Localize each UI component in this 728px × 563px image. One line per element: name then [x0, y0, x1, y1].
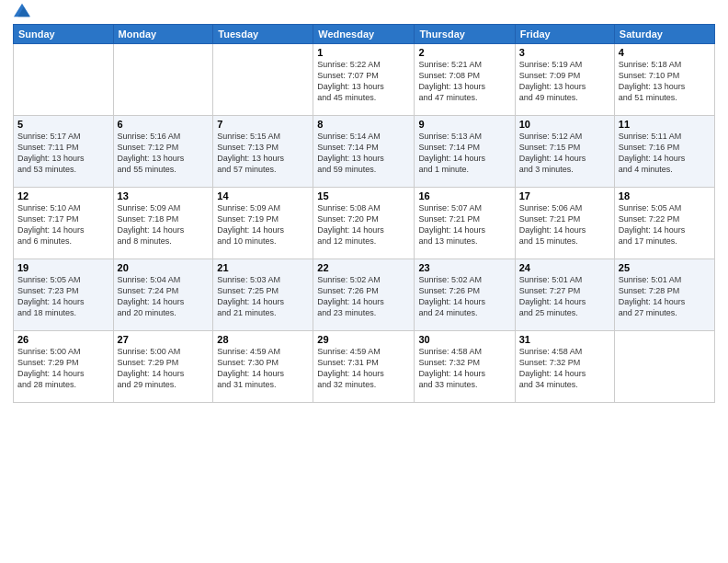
calendar-cell: 10Sunrise: 5:12 AM Sunset: 7:15 PM Dayli… — [515, 116, 614, 188]
day-info: Sunrise: 5:01 AM Sunset: 7:28 PM Dayligh… — [619, 274, 711, 319]
day-number: 28 — [217, 334, 309, 345]
calendar-cell — [213, 44, 313, 116]
day-info: Sunrise: 5:06 AM Sunset: 7:21 PM Dayligh… — [519, 202, 610, 247]
day-number: 29 — [317, 334, 410, 345]
calendar-week-row: 12Sunrise: 5:10 AM Sunset: 7:17 PM Dayli… — [14, 188, 715, 259]
calendar-cell: 4Sunrise: 5:18 AM Sunset: 7:10 PM Daylig… — [614, 44, 714, 116]
day-info: Sunrise: 4:58 AM Sunset: 7:32 PM Dayligh… — [418, 346, 510, 391]
calendar-cell: 16Sunrise: 5:07 AM Sunset: 7:21 PM Dayli… — [415, 188, 515, 259]
calendar-cell: 28Sunrise: 4:59 AM Sunset: 7:30 PM Dayli… — [213, 331, 313, 403]
calendar-cell: 13Sunrise: 5:09 AM Sunset: 7:18 PM Dayli… — [113, 188, 213, 259]
weekday-header: Wednesday — [313, 25, 415, 44]
day-info: Sunrise: 5:05 AM Sunset: 7:23 PM Dayligh… — [17, 274, 109, 319]
day-number: 14 — [217, 190, 309, 201]
day-info: Sunrise: 5:03 AM Sunset: 7:25 PM Dayligh… — [217, 274, 309, 319]
day-number: 21 — [217, 262, 309, 273]
day-info: Sunrise: 5:08 AM Sunset: 7:20 PM Dayligh… — [317, 202, 410, 247]
day-number: 10 — [519, 119, 610, 130]
day-number: 25 — [619, 262, 711, 273]
day-number: 1 — [317, 47, 410, 58]
day-info: Sunrise: 5:15 AM Sunset: 7:13 PM Dayligh… — [217, 131, 309, 176]
day-info: Sunrise: 4:59 AM Sunset: 7:31 PM Dayligh… — [317, 346, 410, 391]
day-number: 27 — [118, 334, 210, 345]
day-info: Sunrise: 5:05 AM Sunset: 7:22 PM Dayligh… — [619, 202, 711, 247]
day-number: 22 — [317, 262, 410, 273]
calendar-cell: 12Sunrise: 5:10 AM Sunset: 7:17 PM Dayli… — [14, 188, 114, 259]
day-number: 30 — [418, 334, 510, 345]
day-number: 4 — [619, 47, 711, 58]
day-info: Sunrise: 5:09 AM Sunset: 7:19 PM Dayligh… — [217, 202, 309, 247]
day-number: 17 — [519, 190, 610, 201]
calendar-cell — [113, 44, 213, 116]
calendar-cell: 23Sunrise: 5:02 AM Sunset: 7:26 PM Dayli… — [415, 259, 515, 331]
day-info: Sunrise: 4:58 AM Sunset: 7:32 PM Dayligh… — [519, 346, 610, 391]
calendar-week-row: 5Sunrise: 5:17 AM Sunset: 7:11 PM Daylig… — [14, 116, 715, 188]
calendar-week-row: 19Sunrise: 5:05 AM Sunset: 7:23 PM Dayli… — [14, 259, 715, 331]
weekday-header: Tuesday — [213, 25, 313, 44]
day-info: Sunrise: 5:04 AM Sunset: 7:24 PM Dayligh… — [118, 274, 210, 319]
calendar-cell: 8Sunrise: 5:14 AM Sunset: 7:14 PM Daylig… — [313, 116, 415, 188]
calendar-cell: 22Sunrise: 5:02 AM Sunset: 7:26 PM Dayli… — [313, 259, 415, 331]
day-info: Sunrise: 5:11 AM Sunset: 7:16 PM Dayligh… — [619, 131, 711, 176]
weekday-header: Sunday — [14, 25, 114, 44]
day-number: 9 — [418, 119, 510, 130]
day-info: Sunrise: 5:16 AM Sunset: 7:12 PM Dayligh… — [118, 131, 210, 176]
day-info: Sunrise: 5:02 AM Sunset: 7:26 PM Dayligh… — [418, 274, 510, 319]
calendar-cell: 9Sunrise: 5:13 AM Sunset: 7:14 PM Daylig… — [415, 116, 515, 188]
calendar-cell — [14, 44, 114, 116]
day-number: 20 — [118, 262, 210, 273]
weekday-header: Saturday — [614, 25, 714, 44]
day-number: 23 — [418, 262, 510, 273]
day-number: 16 — [418, 190, 510, 201]
calendar-cell — [614, 331, 714, 403]
calendar-week-row: 1Sunrise: 5:22 AM Sunset: 7:07 PM Daylig… — [14, 44, 715, 116]
weekday-header: Monday — [113, 25, 213, 44]
day-number: 2 — [418, 47, 510, 58]
day-info: Sunrise: 5:10 AM Sunset: 7:17 PM Dayligh… — [17, 202, 109, 247]
day-info: Sunrise: 4:59 AM Sunset: 7:30 PM Dayligh… — [217, 346, 309, 391]
calendar-cell: 2Sunrise: 5:21 AM Sunset: 7:08 PM Daylig… — [415, 44, 515, 116]
day-info: Sunrise: 5:00 AM Sunset: 7:29 PM Dayligh… — [17, 346, 109, 391]
day-number: 6 — [118, 119, 210, 130]
day-info: Sunrise: 5:12 AM Sunset: 7:15 PM Dayligh… — [519, 131, 610, 176]
calendar-cell: 5Sunrise: 5:17 AM Sunset: 7:11 PM Daylig… — [14, 116, 114, 188]
calendar-cell: 27Sunrise: 5:00 AM Sunset: 7:29 PM Dayli… — [113, 331, 213, 403]
weekday-header: Thursday — [415, 25, 515, 44]
logo — [13, 9, 30, 18]
day-info: Sunrise: 5:18 AM Sunset: 7:10 PM Dayligh… — [619, 59, 711, 104]
day-info: Sunrise: 5:01 AM Sunset: 7:27 PM Dayligh… — [519, 274, 610, 319]
day-number: 5 — [17, 119, 109, 130]
calendar-cell: 11Sunrise: 5:11 AM Sunset: 7:16 PM Dayli… — [614, 116, 714, 188]
day-info: Sunrise: 5:07 AM Sunset: 7:21 PM Dayligh… — [418, 202, 510, 247]
calendar-cell: 30Sunrise: 4:58 AM Sunset: 7:32 PM Dayli… — [415, 331, 515, 403]
calendar-cell: 24Sunrise: 5:01 AM Sunset: 7:27 PM Dayli… — [515, 259, 614, 331]
day-info: Sunrise: 5:14 AM Sunset: 7:14 PM Dayligh… — [317, 131, 410, 176]
calendar-week-row: 26Sunrise: 5:00 AM Sunset: 7:29 PM Dayli… — [14, 331, 715, 403]
day-number: 24 — [519, 262, 610, 273]
header — [13, 9, 715, 18]
page: SundayMondayTuesdayWednesdayThursdayFrid… — [0, 0, 728, 563]
calendar-cell: 18Sunrise: 5:05 AM Sunset: 7:22 PM Dayli… — [614, 188, 714, 259]
day-number: 31 — [519, 334, 610, 345]
day-info: Sunrise: 5:02 AM Sunset: 7:26 PM Dayligh… — [317, 274, 410, 319]
calendar-cell: 26Sunrise: 5:00 AM Sunset: 7:29 PM Dayli… — [14, 331, 114, 403]
day-number: 19 — [17, 262, 109, 273]
calendar-cell: 20Sunrise: 5:04 AM Sunset: 7:24 PM Dayli… — [113, 259, 213, 331]
calendar-cell: 3Sunrise: 5:19 AM Sunset: 7:09 PM Daylig… — [515, 44, 614, 116]
logo-icon — [14, 2, 30, 18]
calendar-cell: 29Sunrise: 4:59 AM Sunset: 7:31 PM Dayli… — [313, 331, 415, 403]
calendar-cell: 25Sunrise: 5:01 AM Sunset: 7:28 PM Dayli… — [614, 259, 714, 331]
day-info: Sunrise: 5:17 AM Sunset: 7:11 PM Dayligh… — [17, 131, 109, 176]
calendar-cell: 17Sunrise: 5:06 AM Sunset: 7:21 PM Dayli… — [515, 188, 614, 259]
calendar-cell: 19Sunrise: 5:05 AM Sunset: 7:23 PM Dayli… — [14, 259, 114, 331]
calendar-cell: 31Sunrise: 4:58 AM Sunset: 7:32 PM Dayli… — [515, 331, 614, 403]
calendar-table: SundayMondayTuesdayWednesdayThursdayFrid… — [13, 24, 715, 403]
day-number: 8 — [317, 119, 410, 130]
day-info: Sunrise: 5:13 AM Sunset: 7:14 PM Dayligh… — [418, 131, 510, 176]
day-number: 11 — [619, 119, 711, 130]
calendar-cell: 14Sunrise: 5:09 AM Sunset: 7:19 PM Dayli… — [213, 188, 313, 259]
day-number: 15 — [317, 190, 410, 201]
day-number: 3 — [519, 47, 610, 58]
day-info: Sunrise: 5:00 AM Sunset: 7:29 PM Dayligh… — [118, 346, 210, 391]
calendar-cell: 1Sunrise: 5:22 AM Sunset: 7:07 PM Daylig… — [313, 44, 415, 116]
